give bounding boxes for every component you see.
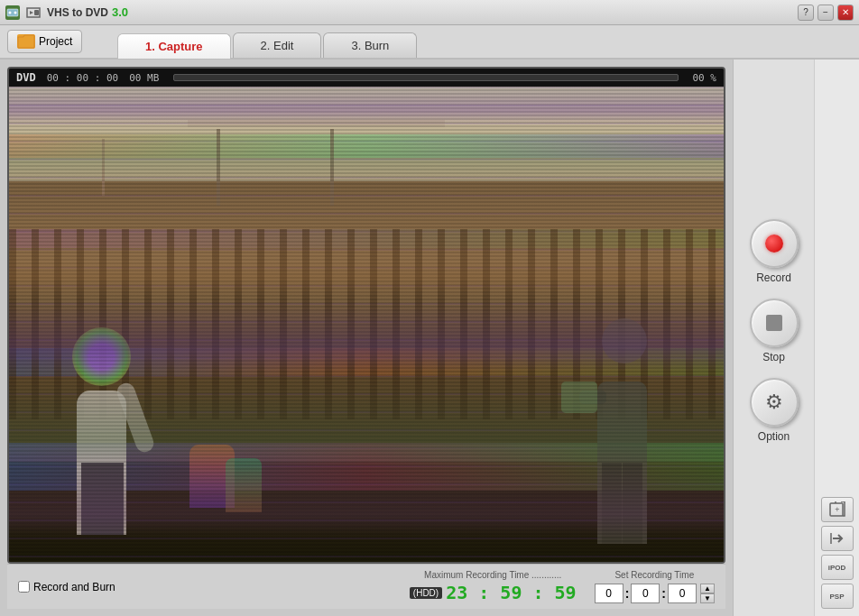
tab-bar: Project 1. Capture 2. Edit 3. Burn <box>0 25 859 60</box>
dvd-time: 00 : 00 : 00 <box>47 72 118 84</box>
video-frame <box>9 87 724 562</box>
tab-burn[interactable]: 3. Burn <box>323 32 417 58</box>
folder-icon <box>17 34 35 49</box>
max-rec-label: Maximum Recording Time ............ <box>424 570 561 580</box>
time-spinner: ▲ ▼ <box>700 584 715 603</box>
option-button[interactable]: ⚙ <box>750 378 799 427</box>
close-button[interactable]: ✕ <box>837 5 854 21</box>
time-inputs: : : ▲ ▼ <box>595 584 715 603</box>
help-button[interactable]: ? <box>798 5 814 21</box>
vhs-video-content <box>9 87 724 562</box>
title-bar: VHS to DVD 3.0 ? − ✕ <box>0 0 859 25</box>
dvd-size: 00 MB <box>129 72 159 84</box>
svg-point-2 <box>14 11 17 14</box>
tab-edit[interactable]: 2. Edit <box>233 32 322 58</box>
ipod-button[interactable]: iPOD <box>821 555 854 580</box>
svg-point-1 <box>9 11 12 14</box>
max-time-counter: 23 : 59 : 59 <box>446 582 577 603</box>
stop-icon <box>766 315 782 331</box>
new-project-button[interactable]: + <box>821 497 854 522</box>
stop-label: Stop <box>762 351 785 363</box>
option-label: Option <box>758 430 790 443</box>
vhs-color-artifacts <box>9 87 724 562</box>
time-input-minutes[interactable] <box>631 584 660 603</box>
spin-down-button[interactable]: ▼ <box>700 593 715 603</box>
export-button[interactable] <box>821 526 854 551</box>
minimize-button[interactable]: − <box>817 5 834 21</box>
gear-icon: ⚙ <box>765 391 783 414</box>
psp-button[interactable]: PSP <box>821 584 854 609</box>
max-recording-group: Maximum Recording Time ............ (HDD… <box>410 570 577 603</box>
record-burn-label: Record and Burn <box>33 581 115 593</box>
video-container: DVD 00 : 00 : 00 00 MB 00 % <box>7 67 725 564</box>
record-button[interactable] <box>750 219 799 268</box>
set-rec-label: Set Recording Time <box>614 570 694 580</box>
stop-button[interactable] <box>750 299 799 347</box>
time-input-hours[interactable] <box>595 584 623 603</box>
spin-up-button[interactable]: ▲ <box>700 584 715 593</box>
record-icon <box>765 234 783 253</box>
title-text: VHS to DVD 3.0 <box>25 5 128 21</box>
set-recording-group: Set Recording Time : : ▲ ▼ <box>595 570 715 603</box>
window-controls: ? − ✕ <box>798 5 854 21</box>
brand-name: VHS to DVD <box>47 6 108 19</box>
dvd-label: DVD <box>16 71 36 84</box>
version-number: 3.0 <box>112 5 128 19</box>
project-label: Project <box>39 35 72 48</box>
dvd-percent: 00 % <box>693 72 717 84</box>
record-label: Record <box>756 271 791 284</box>
main-content: DVD 00 : 00 : 00 00 MB 00 % <box>0 60 859 616</box>
far-right-panel: + iPOD PSP <box>814 60 859 616</box>
record-burn-group: Record and Burn <box>18 581 115 593</box>
dvd-progress-bar <box>173 74 678 81</box>
left-panel: DVD 00 : 00 : 00 00 MB 00 % <box>0 60 733 616</box>
app-icon <box>5 5 20 20</box>
record-burn-checkbox[interactable] <box>18 581 30 593</box>
svg-rect-3 <box>34 10 39 15</box>
hdd-time-display: (HDD) 23 : 59 : 59 <box>410 582 577 603</box>
hdd-badge: (HDD) <box>410 587 442 599</box>
time-input-seconds[interactable] <box>668 584 697 603</box>
project-button[interactable]: Project <box>7 30 82 53</box>
right-side: Record Stop ⚙ Option <box>733 60 859 616</box>
tab-capture[interactable]: 1. Capture <box>117 33 231 59</box>
svg-text:+: + <box>835 505 839 514</box>
dvd-info-bar: DVD 00 : 00 : 00 00 MB 00 % <box>9 69 724 87</box>
controls-panel: Record Stop ⚙ Option <box>733 60 814 616</box>
bottom-bar: Record and Burn Maximum Recording Time .… <box>7 564 725 609</box>
